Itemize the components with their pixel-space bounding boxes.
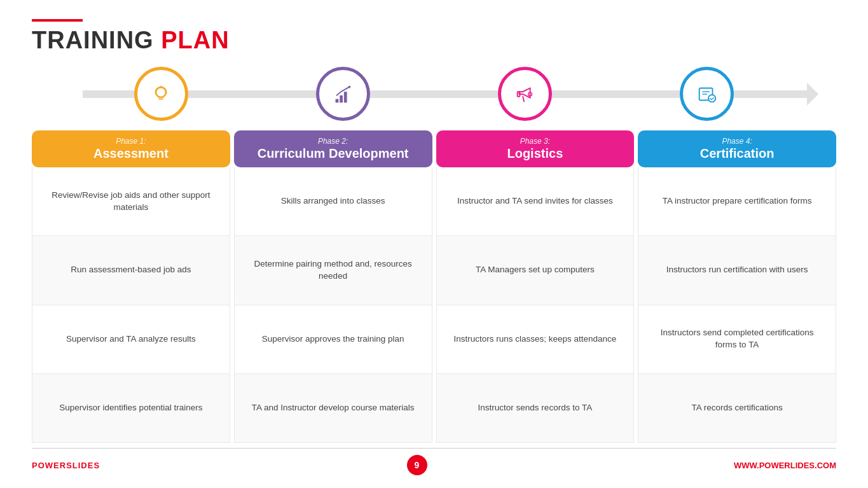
- circle-certification: [680, 67, 734, 121]
- list-item: Instructors runs classes; keeps attendan…: [437, 305, 634, 374]
- phase-label-2: Phase 2:: [244, 137, 423, 146]
- list-item: TA instructor prepare certification form…: [638, 167, 836, 236]
- footer-brand-slides: SLIDES: [66, 461, 100, 470]
- phase-header-logistics: Phase 3: Logistics: [436, 130, 635, 167]
- footer-brand-power: POWER: [32, 461, 66, 470]
- circle-assessment: [134, 67, 188, 121]
- circle-certification-ring: [680, 67, 734, 121]
- svg-rect-1: [336, 99, 339, 102]
- timeline: [32, 67, 836, 121]
- page: TRAINING PLAN: [0, 0, 868, 488]
- footer: POWERSLIDES 9 WWW.POWERLIDES.COM: [32, 448, 836, 475]
- list-item: Skills arranged into classes: [235, 167, 432, 236]
- list-item: Instructor sends records to TA: [437, 374, 634, 442]
- header: TRAINING PLAN: [32, 19, 836, 54]
- lightbulb-icon: [149, 82, 173, 106]
- footer-page-number: 9: [407, 455, 427, 475]
- circle-assessment-ring: [134, 67, 188, 121]
- phase-name-2: Curriculum Development: [244, 146, 423, 161]
- circle-curriculum: [316, 67, 370, 121]
- phase-header-curriculum: Phase 2: Curriculum Development: [234, 130, 432, 167]
- phase-label-3: Phase 3:: [446, 137, 625, 146]
- list-item: Instructors send completed certification…: [638, 305, 836, 374]
- phases-row: Phase 1: Assessment Review/Revise job ai…: [32, 130, 836, 443]
- list-item: Supervisor identifies potential trainers: [32, 374, 230, 442]
- red-line-decoration: [32, 19, 83, 22]
- title-training: TRAINING: [32, 27, 161, 53]
- footer-brand: POWERSLIDES: [32, 461, 100, 470]
- phase-col-assessment: Phase 1: Assessment Review/Revise job ai…: [32, 130, 230, 443]
- list-item: Instructor and TA send invites for class…: [437, 167, 634, 236]
- phase-header-assessment: Phase 1: Assessment: [32, 130, 230, 167]
- circles-row: [32, 67, 836, 121]
- megaphone-icon: [513, 82, 537, 106]
- svg-rect-2: [340, 95, 343, 102]
- list-item: Review/Revise job aids and other support…: [32, 167, 230, 236]
- certificate-icon: [695, 82, 719, 106]
- phase-items-logistics: Instructor and TA send invites for class…: [436, 167, 635, 443]
- list-item: TA and Instructor develop course materia…: [235, 374, 432, 442]
- svg-rect-3: [344, 92, 347, 102]
- chart-icon: [331, 82, 355, 106]
- phase-col-certification: Phase 4: Certification TA instructor pre…: [638, 130, 836, 443]
- phase-name-4: Certification: [647, 146, 827, 161]
- list-item: Determine pairing method and, resources …: [235, 236, 432, 305]
- page-title: TRAINING PLAN: [32, 27, 836, 54]
- list-item: Instructors run certification with users: [638, 236, 836, 305]
- list-item: TA Managers set up computers: [437, 236, 634, 305]
- circle-logistics-ring: [498, 67, 552, 121]
- phase-items-curriculum: Skills arranged into classes Determine p…: [234, 167, 432, 443]
- phase-label-4: Phase 4:: [647, 137, 827, 146]
- svg-point-8: [708, 94, 715, 101]
- phase-label-1: Phase 1:: [41, 137, 221, 146]
- phase-header-certification: Phase 4: Certification: [638, 130, 836, 167]
- phase-col-logistics: Phase 3: Logistics Instructor and TA sen…: [436, 130, 635, 443]
- circle-logistics: [498, 67, 552, 121]
- list-item: Supervisor and TA analyze results: [32, 305, 230, 374]
- footer-url: WWW.POWERLIDES.COM: [734, 461, 836, 470]
- svg-point-4: [348, 85, 351, 88]
- list-item: TA records certifications: [638, 374, 836, 442]
- circle-curriculum-ring: [316, 67, 370, 121]
- list-item: Supervisor approves the training plan: [235, 305, 432, 374]
- phase-name-3: Logistics: [446, 146, 625, 161]
- list-item: Run assessment-based job ads: [32, 236, 230, 305]
- title-plan: PLAN: [161, 27, 229, 53]
- phase-items-assessment: Review/Revise job aids and other support…: [32, 167, 230, 443]
- phase-items-certification: TA instructor prepare certification form…: [638, 167, 836, 443]
- phase-name-1: Assessment: [41, 146, 221, 161]
- phase-col-curriculum: Phase 2: Curriculum Development Skills a…: [234, 130, 432, 443]
